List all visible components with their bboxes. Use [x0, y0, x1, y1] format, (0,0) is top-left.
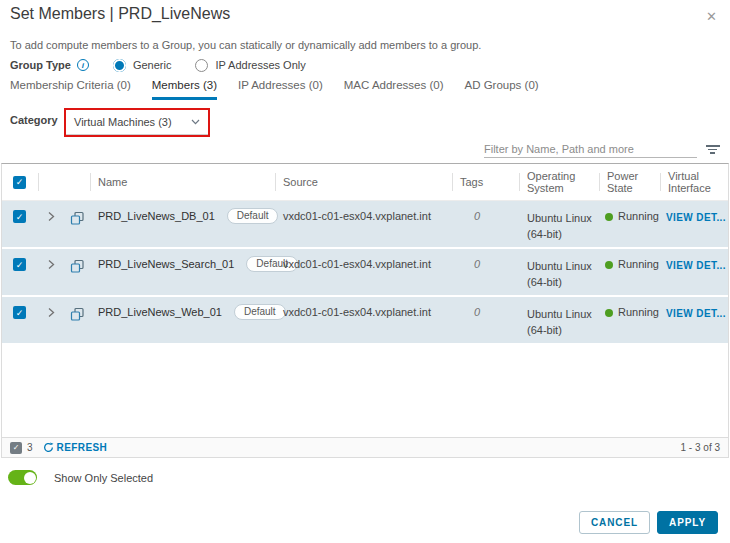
category-dropdown[interactable]: Virtual Machines (3): [66, 110, 208, 135]
refresh-button[interactable]: REFRESH: [43, 442, 108, 453]
selected-count-checkbox[interactable]: ✓: [10, 442, 22, 454]
vm-tags-count: 0: [452, 201, 519, 247]
tab-ad-groups[interactable]: AD Groups (0): [464, 79, 538, 100]
expand-row-button[interactable]: [38, 249, 64, 295]
header-tags: Tags: [452, 164, 519, 200]
table-row: ✓ PRD_LiveNews_DB_01 Default vxdc01-c01-…: [2, 201, 728, 247]
vm-os: Ubuntu Linux(64-bit): [519, 297, 599, 343]
chevron-down-icon: [191, 119, 200, 125]
filter-icon[interactable]: [705, 145, 720, 156]
view-details-link[interactable]: VIEW DET...: [660, 201, 728, 247]
vm-source: vxdc01-c01-esx04.vxplanet.int: [275, 297, 452, 343]
table-row: ✓ PRD_LiveNews_Search_01 Default vxdc01-…: [2, 249, 728, 295]
header-power-state: Power State: [599, 164, 660, 200]
table-row: ✓ PRD_LiveNews_Web_01 Default vxdc01-c01…: [2, 297, 728, 343]
page-title: Set Members | PRD_LiveNews: [10, 5, 230, 23]
radio-ip-addresses-only[interactable]: IP Addresses Only: [195, 59, 305, 72]
refresh-label: REFRESH: [57, 442, 108, 453]
vm-name: PRD_LiveNews_DB_01: [98, 210, 215, 222]
table-footer: ✓ 3 REFRESH 1 - 3 of 3: [2, 437, 728, 457]
pagination-range: 1 - 3 of 3: [681, 442, 720, 453]
vm-power-state: Running: [599, 201, 660, 247]
chevron-right-icon: [46, 211, 56, 222]
group-type-row: Group Type i Generic IP Addresses Only: [10, 57, 306, 73]
category-dropdown-value: Virtual Machines (3): [74, 116, 191, 128]
close-icon[interactable]: ✕: [706, 9, 717, 24]
tab-ip-addresses[interactable]: IP Addresses (0): [238, 79, 323, 100]
tab-bar: Membership Criteria (0) Members (3) IP A…: [10, 79, 539, 100]
tab-mac-addresses[interactable]: MAC Addresses (0): [344, 79, 444, 100]
vm-power-state: Running: [599, 297, 660, 343]
filter-input[interactable]: [484, 140, 697, 157]
radio-generic-label: Generic: [133, 59, 172, 71]
info-icon[interactable]: i: [77, 59, 89, 71]
expand-row-button[interactable]: [38, 297, 64, 343]
expand-row-button[interactable]: [38, 201, 64, 247]
vm-name: PRD_LiveNews_Search_01: [98, 258, 234, 270]
radio-selected-icon[interactable]: [113, 59, 126, 72]
view-details-link[interactable]: VIEW DET...: [660, 297, 728, 343]
vm-os: Ubuntu Linux(64-bit): [519, 249, 599, 295]
vm-icon: [64, 201, 90, 247]
set-members-dialog: Set Members | PRD_LiveNews ✕ To add comp…: [0, 0, 730, 543]
table-header: ✓ Name Source Tags Operating System Powe…: [2, 164, 728, 201]
select-all-checkbox[interactable]: ✓: [13, 176, 26, 189]
refresh-icon: [43, 442, 54, 453]
vm-power-state: Running: [599, 249, 660, 295]
radio-ip-label: IP Addresses Only: [215, 59, 305, 71]
toggle-label: Show Only Selected: [54, 472, 153, 484]
cancel-button[interactable]: CANCEL: [579, 511, 650, 534]
tab-members[interactable]: Members (3): [152, 79, 217, 100]
running-status-icon: [605, 213, 613, 221]
running-status-icon: [605, 309, 613, 317]
radio-unselected-icon[interactable]: [195, 59, 208, 72]
tab-membership-criteria[interactable]: Membership Criteria (0): [10, 79, 131, 100]
show-only-selected-row: Show Only Selected: [8, 470, 153, 485]
vm-source: vxdc01-c01-esx04.vxplanet.int: [275, 201, 452, 247]
header-name: Name: [90, 164, 275, 200]
chevron-right-icon: [46, 307, 56, 318]
vm-icon: [64, 249, 90, 295]
vm-tags-count: 0: [452, 297, 519, 343]
row-checkbox[interactable]: ✓: [13, 210, 26, 223]
row-checkbox[interactable]: ✓: [13, 258, 26, 271]
radio-generic[interactable]: Generic: [113, 59, 172, 72]
dialog-actions: CANCEL APPLY: [579, 511, 718, 534]
selected-count: 3: [27, 442, 33, 453]
show-only-selected-toggle[interactable]: [8, 470, 37, 485]
apply-button[interactable]: APPLY: [657, 511, 718, 534]
members-table: ✓ Name Source Tags Operating System Powe…: [1, 163, 729, 458]
view-details-link[interactable]: VIEW DET...: [660, 249, 728, 295]
header-source: Source: [275, 164, 452, 200]
running-status-icon: [605, 261, 613, 269]
category-label: Category: [10, 114, 58, 126]
header-operating-system: Operating System: [519, 164, 599, 200]
vm-name: PRD_LiveNews_Web_01: [98, 306, 222, 318]
header-virtual-interface: Virtual Interface: [660, 164, 728, 200]
vm-source: vxdc01-c01-esx04.vxplanet.int: [275, 249, 452, 295]
vm-icon: [64, 297, 90, 343]
header-blank: [38, 164, 90, 200]
dialog-description: To add compute members to a Group, you c…: [10, 39, 481, 51]
row-checkbox[interactable]: ✓: [13, 306, 26, 319]
filter-field: [484, 140, 697, 158]
chevron-right-icon: [46, 259, 56, 270]
default-badge: Default: [227, 208, 279, 224]
toggle-knob: [24, 472, 36, 484]
group-type-label: Group Type: [10, 59, 71, 71]
vm-tags-count: 0: [452, 249, 519, 295]
vm-os: Ubuntu Linux(64-bit): [519, 201, 599, 247]
